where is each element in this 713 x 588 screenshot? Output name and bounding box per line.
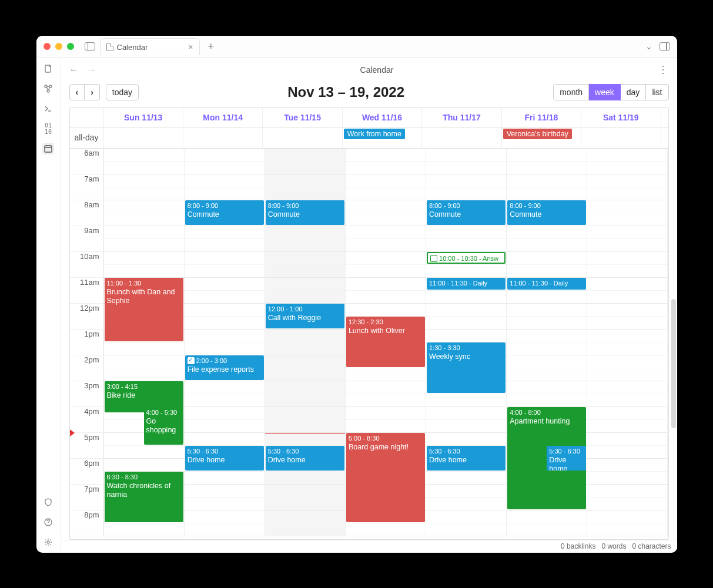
terminal-icon[interactable] <box>42 103 54 115</box>
event-time: 3:00 - 4:15 <box>107 383 138 390</box>
event-title: Watch chronicles of narnia <box>107 482 171 499</box>
event[interactable]: 2:00 - 3:00File expense reports <box>185 355 264 380</box>
allday-label: all-day <box>70 127 104 148</box>
scrollbar[interactable] <box>671 99 676 535</box>
zoom-window-icon[interactable] <box>67 43 74 50</box>
day-column-wed[interactable]: 12:30 - 2:30Lunch with Oliver5:00 - 8:30… <box>346 149 426 536</box>
calendar-grid-scroll[interactable]: 6am7am8am9am10am11am12pm1pm2pm3pm4pm5pm6… <box>70 149 668 539</box>
close-tab-icon[interactable]: × <box>188 42 193 52</box>
day-header[interactable]: Wed 11/16 <box>343 108 422 127</box>
hour-label: 1pm <box>70 330 103 355</box>
checkbox-icon[interactable] <box>188 357 195 364</box>
today-button[interactable]: today <box>106 84 139 100</box>
event[interactable]: 1:30 - 3:30Weekly sync <box>427 342 506 393</box>
event-title: Weekly sync <box>429 352 470 361</box>
event-time: 11:00 - 1:30 <box>107 280 142 287</box>
event[interactable]: 5:30 - 6:30Drive home <box>266 446 344 471</box>
event-time: 8:00 - 9:00 <box>268 202 299 209</box>
event[interactable]: 8:00 - 9:00Commute <box>507 200 586 225</box>
event[interactable]: 8:00 - 9:00Commute <box>266 200 344 225</box>
allday-event[interactable]: Veronica's birthday <box>503 129 572 139</box>
event[interactable]: 5:30 - 6:30Drive home <box>185 446 264 471</box>
event[interactable]: 6:30 - 8:30Watch chronicles of narnia <box>105 472 183 522</box>
event-time: 11:00 - 11:30 - Daily <box>510 280 568 287</box>
close-window-icon[interactable] <box>43 43 51 50</box>
day-column-fri[interactable]: 8:00 - 9:00Commute11:00 - 11:30 - Daily4… <box>507 149 587 536</box>
hour-label: 10am <box>70 252 103 278</box>
status-backlinks[interactable]: 0 backlinks <box>561 542 595 550</box>
event-title: Commute <box>268 210 300 219</box>
event[interactable]: 11:00 - 11:30 - Daily <box>427 278 506 290</box>
allday-event[interactable]: Work from home <box>344 129 405 139</box>
view-day-button[interactable]: day <box>621 84 647 100</box>
tab-calendar[interactable]: Calendar × <box>100 38 200 55</box>
tab-title: Calendar <box>117 43 148 52</box>
sidebar-toggle-icon[interactable] <box>85 42 95 51</box>
prev-button[interactable]: ‹ <box>69 84 85 100</box>
hour-label: 12pm <box>70 304 103 330</box>
event[interactable]: 8:00 - 9:00Commute <box>185 200 264 225</box>
calendar-header: Sun 11/13 Mon 11/14 Tue 11/15 Wed 11/16 … <box>70 108 668 127</box>
hour-label: 7pm <box>70 485 103 510</box>
day-column-sun[interactable]: 11:00 - 1:30Brunch with Dan and Sophie3:… <box>104 149 185 536</box>
day-header[interactable]: Sun 11/13 <box>104 108 183 127</box>
event-time: 5:30 - 6:30 <box>549 448 580 455</box>
event[interactable]: 5:30 - 6:30Drive home <box>547 446 586 471</box>
new-tab-icon[interactable]: + <box>205 41 218 53</box>
event-title: Drive home <box>268 456 306 464</box>
day-column-thu[interactable]: 8:00 - 9:00Commute10:00 - 10:30 - Answ11… <box>426 149 507 536</box>
event-time: 2:00 - 3:00 <box>196 357 227 364</box>
event[interactable]: 11:00 - 1:30Brunch with Dan and Sophie <box>105 278 183 341</box>
hour-label: 6am <box>70 149 103 174</box>
right-panel-toggle-icon[interactable] <box>660 42 670 51</box>
hour-label: 5pm <box>70 433 103 459</box>
more-menu-icon[interactable]: ⋯ <box>658 63 669 76</box>
nav-back-icon[interactable]: ← <box>69 65 79 75</box>
new-note-icon[interactable] <box>42 63 54 75</box>
event[interactable]: 12:30 - 2:30Lunch with Oliver <box>346 317 425 367</box>
event-title: Call with Reggie <box>268 314 321 322</box>
day-header[interactable]: Thu 11/17 <box>422 108 501 127</box>
graph-icon[interactable] <box>42 83 54 95</box>
event[interactable]: 5:30 - 6:30Drive home <box>427 446 506 471</box>
settings-icon[interactable] <box>42 536 54 548</box>
event-time: 12:00 - 1:00 <box>268 305 303 313</box>
view-month-button[interactable]: month <box>553 84 589 100</box>
scrollbar-thumb[interactable] <box>671 299 676 428</box>
event-title: Apartment hunting <box>510 417 570 425</box>
event[interactable]: 8:00 - 9:00Commute <box>427 200 506 225</box>
nav-forward-icon[interactable]: → <box>87 65 96 75</box>
help-icon[interactable] <box>42 516 54 528</box>
event-title: Go shopping <box>146 417 176 435</box>
day-column-sat[interactable] <box>587 149 668 536</box>
view-list-button[interactable]: list <box>646 84 668 100</box>
calendar-icon[interactable] <box>42 143 54 154</box>
day-header[interactable]: Fri 11/18 <box>502 108 581 127</box>
event[interactable]: 11:00 - 11:30 - Daily <box>507 278 586 290</box>
day-header[interactable]: Tue 11/15 <box>263 108 342 127</box>
day-column-mon[interactable]: 8:00 - 9:00Commute2:00 - 3:00File expens… <box>185 149 265 536</box>
event[interactable]: 5:00 - 8:30Board game night! <box>346 433 425 522</box>
day-header[interactable]: Mon 11/14 <box>183 108 263 127</box>
hour-label: 8pm <box>70 510 103 536</box>
minimize-window-icon[interactable] <box>55 43 62 50</box>
checkbox-icon[interactable] <box>430 255 437 262</box>
view-week-button[interactable]: week <box>589 84 621 100</box>
event[interactable]: 10:00 - 10:30 - Answ <box>427 252 506 264</box>
day-column-tue[interactable]: 8:00 - 9:00Commute12:00 - 1:00Call with … <box>265 149 346 536</box>
status-words[interactable]: 0 words <box>601 542 626 550</box>
day-header[interactable]: Sat 11/19 <box>581 108 661 127</box>
next-button[interactable]: › <box>85 84 100 100</box>
status-chars[interactable]: 0 characters <box>632 542 671 550</box>
calendar: Sun 11/13 Mon 11/14 Tue 11/15 Wed 11/16 … <box>69 107 669 540</box>
event[interactable]: 4:00 - 5:30Go shopping <box>144 407 183 445</box>
event-time: 5:30 - 6:30 <box>429 448 460 455</box>
hour-label: 9am <box>70 226 103 252</box>
hour-label: 2pm <box>70 355 103 381</box>
chevron-down-icon[interactable]: ⌄ <box>645 42 652 51</box>
hour-label: 3pm <box>70 381 103 407</box>
main-area: ← → Calendar ⋯ ‹ › today Nov 13 – 19, 20… <box>61 58 677 553</box>
shield-icon[interactable] <box>42 496 54 508</box>
event[interactable]: 12:00 - 1:00Call with Reggie <box>266 304 344 328</box>
binary-icon[interactable]: 0110 <box>42 123 54 135</box>
